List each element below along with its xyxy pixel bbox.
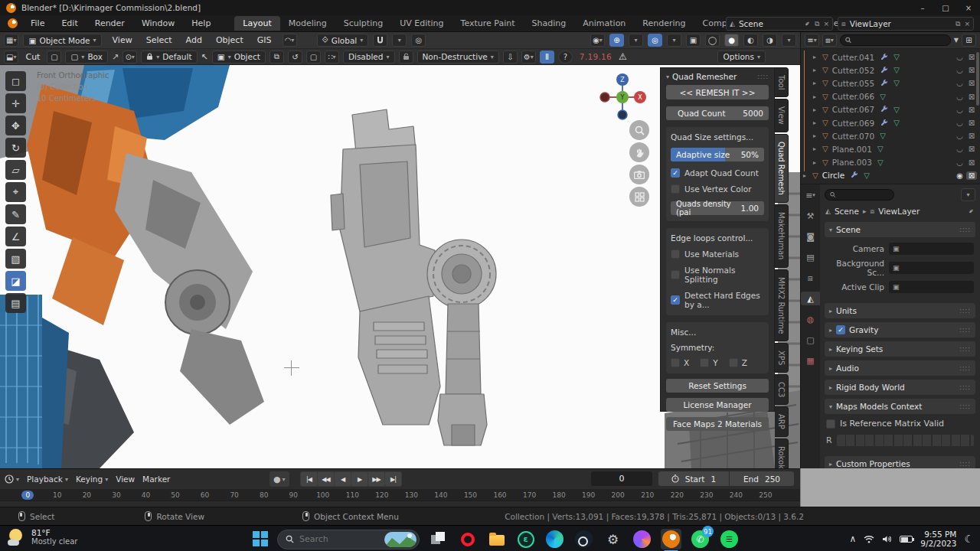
viewlayer-selector[interactable]: ⧈ ViewLayer ⧉ × [838, 17, 974, 31]
outliner-row[interactable]: ▸ ▽ Cutter.041 ▽ ◡ ◉ ⊠ [801, 51, 980, 64]
workspace-tab[interactable]: Shading [524, 16, 575, 31]
marker-menu[interactable]: Marker [142, 474, 170, 484]
viewport-menu[interactable]: View [106, 34, 139, 47]
night-light-icon[interactable]: ☾ [964, 533, 974, 545]
recycle-button[interactable]: ↺ [288, 51, 302, 64]
wireframe-button[interactable]: ▢ [306, 51, 321, 64]
workspace-tab[interactable]: UV Editing [391, 16, 452, 31]
eye-open-icon[interactable]: ◉ [956, 171, 963, 180]
render-visibility-icon[interactable]: ⊠ [966, 145, 977, 153]
green-e-app[interactable]: ε [515, 529, 536, 549]
toolbar-tool-button[interactable]: ▧ [5, 249, 26, 269]
options-dropdown[interactable]: Options ▾ [717, 51, 766, 64]
unlink-scene-icon[interactable]: × [823, 20, 829, 28]
checkbox-row[interactable]: ✓ Use Materials [671, 249, 764, 259]
edge-app[interactable] [544, 529, 565, 549]
gizmo-toggle[interactable]: ⊕ [609, 34, 624, 47]
maps-models-panel-header[interactable]: ▾ Maps Models Context :::: [825, 399, 975, 414]
sidebar-tab[interactable]: XPS [775, 343, 789, 373]
timeline-ruler[interactable]: 0102030405060708090100110120130140150160… [0, 489, 800, 500]
tab-world-icon[interactable]: ◍ [802, 312, 818, 326]
settings-app[interactable]: ⚙ [603, 529, 623, 549]
render-visibility-icon[interactable]: ⊠ [966, 158, 977, 167]
pause-button[interactable]: Ⅱ [540, 51, 554, 64]
sidebar-tab[interactable]: Tool [775, 67, 789, 97]
start-button[interactable] [253, 531, 269, 547]
jump-to-end-button[interactable]: ▶| [385, 472, 401, 486]
checkbox-row[interactable]: ✓ Use Normals Splitting [671, 266, 764, 284]
workspace-tab[interactable]: Texture Paint [452, 16, 524, 31]
pin-icon[interactable]: ✒ [967, 207, 976, 216]
collapsed-panel-header[interactable]: ▸ ✓ Rigid Body World :::: [825, 380, 975, 395]
workspace-tab[interactable]: Animation [574, 16, 634, 31]
workspace-tab[interactable]: Rendering [634, 16, 694, 31]
blender-menu-icon[interactable] [8, 18, 18, 28]
toolbar-tool-button[interactable]: ✥ [5, 116, 26, 135]
eye-closed-icon[interactable]: ◡ [956, 53, 963, 61]
view-menu[interactable]: View [116, 474, 135, 484]
outliner-row[interactable]: ▸ ▽ Cutter.069 ▽ ◡ ◉ ⊠ [801, 116, 980, 129]
destructive-mode-dropdown[interactable]: Non-Destructive ▾ [417, 51, 499, 64]
play-reverse-button[interactable]: ◀ [335, 472, 351, 486]
pin-icon[interactable]: ✒ [803, 19, 812, 28]
render-visibility-icon[interactable]: ⊠ [966, 132, 977, 140]
eye-closed-icon[interactable]: ◡ [956, 79, 963, 87]
workspace-tab[interactable]: Modeling [280, 16, 335, 31]
close-button[interactable]: × [957, 0, 980, 15]
play-button[interactable]: ▶ [351, 472, 368, 486]
property-value-field[interactable]: ▣ [889, 281, 974, 293]
shading-solid[interactable]: ● [724, 34, 739, 47]
property-value-field[interactable]: ▣ [889, 243, 974, 255]
symmetry-axis-checkbox[interactable]: ✓ Z [729, 358, 747, 367]
navigation-gizmo[interactable]: Z X Y [598, 70, 647, 122]
weather-widget[interactable]: 81°F Mostly clear [8, 528, 77, 546]
outliner-scrollbar[interactable] [976, 52, 979, 106]
panel-action-button[interactable]: License Manager [666, 398, 769, 412]
outliner-filter-dropdown[interactable]: ⧈▾ [822, 34, 837, 47]
tab-object-icon[interactable]: ▢ [802, 333, 818, 347]
eye-closed-icon[interactable]: ◡ [956, 106, 963, 114]
property-value-field[interactable]: ▣ [889, 262, 974, 274]
panel-checkbox[interactable]: ✓ [836, 325, 845, 334]
panel-action-button[interactable]: Face Maps 2 Materials [666, 417, 769, 431]
perspective-toggle-button[interactable] [629, 187, 649, 207]
new-scene-icon[interactable]: ⧉ [815, 20, 819, 28]
scene-selector[interactable]: ◭ Scene ✒ ⧉ × [726, 17, 833, 31]
mode-dropdown[interactable]: ▣ Object Mode ▾ [23, 34, 101, 47]
overlays-toggle[interactable]: ◎ [648, 34, 662, 47]
volume-icon[interactable] [882, 535, 892, 543]
previous-keyframe-button[interactable]: ◀◀ [318, 472, 334, 486]
overlays-dropdown[interactable]: ▾ [667, 34, 681, 47]
checkbox[interactable]: ✓ [671, 184, 680, 194]
tab-viewlayer-icon[interactable]: ⧈ [802, 271, 818, 285]
array-dropdown[interactable]: ∷▾ [325, 51, 339, 64]
eye-closed-icon[interactable]: ◡ [956, 119, 963, 127]
task-view-button[interactable] [428, 529, 449, 549]
cut-shape-dropdown[interactable]: ⬓▾ [4, 51, 18, 64]
new-collection-button[interactable]: ⊞ [962, 34, 976, 47]
viewport-menu[interactable]: Add [180, 34, 208, 47]
snap-settings-dropdown[interactable]: ▾ [392, 34, 407, 47]
outliner-row[interactable]: ▸ ▽ Cutter.052 ▽ ◡ ◉ ⊠ [801, 64, 980, 77]
toolbar-tool-button[interactable]: ▱ [5, 160, 26, 180]
reference-matrix-checkbox-row[interactable]: Is Reference Matrix Valid [826, 419, 974, 429]
sidebar-tab[interactable]: CC3 [775, 374, 789, 405]
quad-count-slider[interactable]: Quad Count 5000 [666, 106, 769, 120]
select-tool-dropdown[interactable]: ◠▾ [283, 34, 297, 47]
topbar-menu[interactable]: Edit [54, 17, 84, 30]
tray-expand-chevron[interactable]: ∧ [849, 533, 856, 544]
checkbox[interactable]: ✓ [671, 358, 680, 367]
topbar-menu[interactable]: File [24, 17, 51, 30]
jump-to-start-button[interactable]: |◀ [301, 472, 317, 486]
symmetry-axis-checkbox[interactable]: ✓ Y [700, 358, 717, 367]
collapsed-panel-header[interactable]: ▸ ✓ Audio :::: [825, 360, 975, 376]
expand-icon[interactable]: ▸ [813, 80, 819, 86]
expand-icon[interactable]: ▸ [813, 159, 819, 166]
checkbox[interactable]: ✓ [671, 295, 680, 305]
shading-material[interactable]: ◐ [743, 34, 758, 47]
pan-button[interactable] [629, 142, 649, 162]
cursor-arrow-icon[interactable]: ↖ [201, 52, 208, 62]
symmetry-axis-checkbox[interactable]: ✓ X [671, 358, 689, 367]
visibility-dropdown[interactable]: ◉▾ [590, 34, 605, 47]
sidebar-tab[interactable]: MakeHuman [775, 204, 789, 267]
